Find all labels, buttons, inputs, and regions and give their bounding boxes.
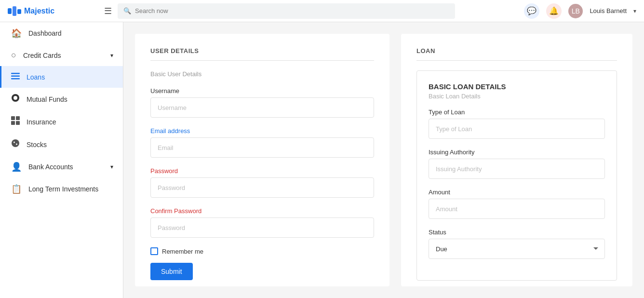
menu-icon[interactable]: ☰ <box>104 6 112 16</box>
search-bar: 🔍 <box>118 3 455 19</box>
sidebar-item-label: Bank Accounts <box>28 163 73 171</box>
issuing-authority-label: Issuing Authority <box>429 149 605 156</box>
remember-me-label: Remember me <box>162 248 203 255</box>
brand-name: Majestic <box>24 7 54 15</box>
submit-button[interactable]: Submit <box>150 263 193 280</box>
svg-point-14 <box>16 144 17 145</box>
sidebar-item-bank-accounts[interactable]: 👤 Bank Accounts ▾ <box>0 156 123 178</box>
sidebar-item-label: Dashboard <box>28 29 62 37</box>
user-details-section-title: USER DETAILS <box>150 47 374 54</box>
home-icon: 🏠 <box>11 28 22 39</box>
loan-section-title: LOAN <box>416 47 617 54</box>
remember-me-checkbox[interactable] <box>150 247 158 255</box>
sidebar-item-label: Credit Cards <box>23 52 61 59</box>
email-input[interactable] <box>150 137 374 158</box>
navbar: Majestic ☰ 🔍 💬 🔔 LB Louis Barnett ▾ <box>0 0 644 22</box>
user-details-card: USER DETAILS Basic User Details Username… <box>135 34 389 286</box>
email-label: Email address <box>150 127 374 135</box>
amount-label: Amount <box>429 189 605 196</box>
svg-rect-0 <box>8 8 12 14</box>
loan-inner-subsection-label: Basic Loan Details <box>429 93 605 100</box>
loans-icon <box>11 72 20 82</box>
svg-rect-8 <box>11 116 15 120</box>
loan-divider <box>416 60 617 61</box>
main-layout: 🏠 Dashboard ○ Credit Cards ▾ Loans <box>0 22 644 298</box>
issuing-authority-group: Issuing Authority <box>429 149 605 179</box>
sidebar-item-long-term-investments[interactable]: 📋 Long Term Investments <box>0 178 123 200</box>
sidebar-item-label: Mutual Funds <box>27 95 67 103</box>
brand: Majestic <box>8 6 104 16</box>
username-label: Username <box>150 87 374 95</box>
svg-rect-9 <box>16 116 20 120</box>
user-name: Louis Barnett <box>590 7 627 14</box>
avatar: LB <box>568 4 583 18</box>
mutual-funds-icon <box>11 94 20 105</box>
bank-accounts-icon: 👤 <box>11 162 22 172</box>
loan-card: LOAN BASIC LOAN DETAILS Basic Loan Detai… <box>401 34 632 286</box>
stocks-icon <box>11 139 20 150</box>
brand-logo-icon <box>8 6 21 16</box>
bell-icon: 🔔 <box>549 6 559 15</box>
status-label: Status <box>429 229 605 236</box>
password-label: Password <box>150 167 374 175</box>
sidebar-item-label: Insurance <box>27 118 56 126</box>
username-group: Username <box>150 87 374 118</box>
svg-point-12 <box>12 139 19 147</box>
confirm-password-input[interactable] <box>150 217 374 238</box>
avatar-initials: LB <box>572 7 580 15</box>
sidebar-item-dashboard[interactable]: 🏠 Dashboard <box>0 22 123 44</box>
notification-button[interactable]: 🔔 <box>546 3 562 19</box>
search-icon: 🔍 <box>123 7 131 14</box>
svg-rect-4 <box>11 76 20 77</box>
sidebar-item-insurance[interactable]: Insurance <box>0 110 123 133</box>
form-actions: Submit <box>150 263 374 280</box>
divider <box>150 60 374 61</box>
svg-rect-5 <box>11 78 20 80</box>
svg-rect-3 <box>11 73 20 74</box>
sidebar-item-label: Long Term Investments <box>28 185 98 193</box>
amount-group: Amount <box>429 189 605 219</box>
password-group: Password <box>150 167 374 198</box>
svg-rect-1 <box>13 6 16 16</box>
content: USER DETAILS Basic User Details Username… <box>123 22 644 298</box>
type-of-loan-input[interactable] <box>429 119 605 139</box>
sidebar-item-label: Loans <box>27 73 45 81</box>
svg-point-7 <box>13 96 17 100</box>
remember-me-group: Remember me <box>150 247 374 255</box>
confirm-password-label: Confirm Password <box>150 207 374 215</box>
username-input[interactable] <box>150 97 374 118</box>
sidebar-item-mutual-funds[interactable]: Mutual Funds <box>0 88 123 110</box>
user-details-subsection-label: Basic User Details <box>150 70 374 78</box>
credit-card-icon: ○ <box>11 50 16 60</box>
insurance-icon <box>11 116 20 127</box>
chat-button[interactable]: 💬 <box>524 3 539 19</box>
status-group: Status Due Paid Overdue Pending <box>429 229 605 259</box>
svg-point-13 <box>13 142 15 143</box>
long-term-investments-icon: 📋 <box>11 184 22 194</box>
navbar-right: 💬 🔔 LB Louis Barnett ▾ <box>524 3 636 19</box>
password-input[interactable] <box>150 177 374 198</box>
sidebar-item-stocks[interactable]: Stocks <box>0 133 123 156</box>
amount-input[interactable] <box>429 199 605 219</box>
type-of-loan-group: Type of Loan <box>429 108 605 139</box>
chevron-down-icon: ▾ <box>110 52 113 59</box>
email-group: Email address <box>150 127 374 158</box>
user-dropdown-chevron[interactable]: ▾ <box>633 8 636 14</box>
svg-rect-2 <box>17 9 21 14</box>
svg-rect-11 <box>16 121 20 125</box>
loan-inner-card: BASIC LOAN DETAILS Basic Loan Details Ty… <box>416 70 617 281</box>
chevron-down-icon: ▾ <box>110 163 113 170</box>
type-of-loan-label: Type of Loan <box>429 108 605 116</box>
status-select[interactable]: Due Paid Overdue Pending <box>429 239 605 259</box>
sidebar-item-credit-cards[interactable]: ○ Credit Cards ▾ <box>0 44 123 66</box>
search-input[interactable] <box>135 7 449 14</box>
sidebar: 🏠 Dashboard ○ Credit Cards ▾ Loans <box>0 22 123 298</box>
sidebar-item-label: Stocks <box>27 141 47 149</box>
sidebar-item-loans[interactable]: Loans <box>0 66 123 88</box>
confirm-password-group: Confirm Password <box>150 207 374 238</box>
issuing-authority-input[interactable] <box>429 159 605 179</box>
chat-icon: 💬 <box>527 6 537 15</box>
svg-rect-10 <box>11 121 15 125</box>
loan-inner-section-title: BASIC LOAN DETAILS <box>429 82 605 91</box>
